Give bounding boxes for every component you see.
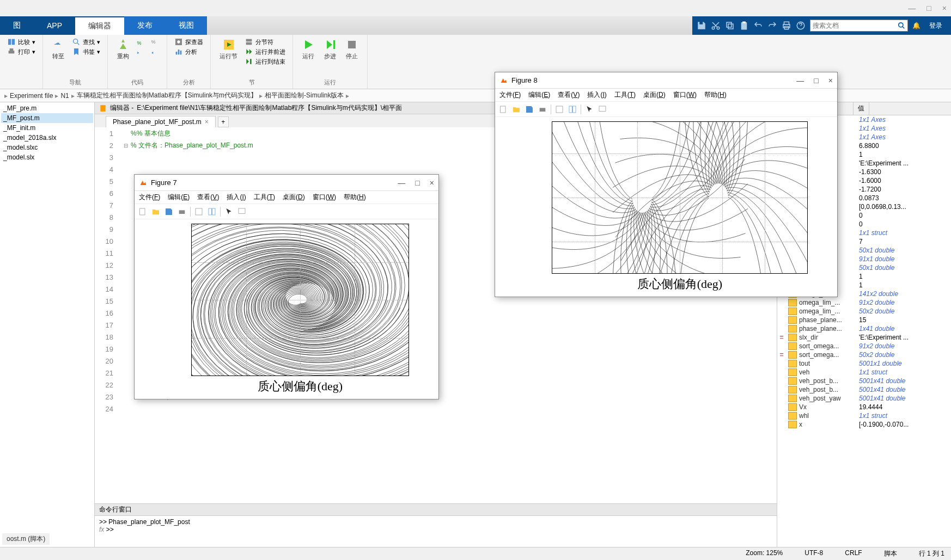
save-icon[interactable]	[525, 104, 534, 114]
figure-menu-item[interactable]: 编辑(E)	[528, 90, 550, 100]
pointer-icon[interactable]	[584, 104, 594, 114]
status-zoom[interactable]: Zoom: 125%	[746, 549, 783, 558]
figure-menu-item[interactable]: 工具(T)	[614, 90, 636, 100]
refactor-button[interactable]: 重构	[114, 37, 132, 61]
workspace-row[interactable]: sort_omega...91x2 double	[777, 342, 951, 350]
print-button[interactable]: 打印▾	[7, 47, 36, 57]
code-icon[interactable]: %	[150, 37, 160, 47]
tab-plot[interactable]: 图	[0, 16, 34, 35]
cut-icon[interactable]	[711, 21, 721, 30]
figure-menu-item[interactable]: 插入(I)	[227, 193, 246, 202]
figure-menu-item[interactable]: 帮助(H)	[704, 90, 727, 100]
open-icon[interactable]	[511, 104, 521, 114]
figure7-canvas[interactable]: 横摆角速度(deg/s 1 0 -1 -10 0 10 质心侧偏角(deg)	[135, 219, 438, 399]
tab-view[interactable]: 视图	[166, 16, 207, 35]
figure8-canvas[interactable]: 质心侧偏角速度(deg/ 50 0 -50 -15 -10 -5 0 5 10 …	[495, 117, 837, 297]
figure-menu-item[interactable]: 桌面(D)	[643, 90, 666, 100]
file-item[interactable]: _MF_init.m	[1, 123, 93, 133]
figure-menu-item[interactable]: 插入(I)	[587, 90, 606, 100]
search-icon[interactable]	[898, 22, 905, 29]
figure-window-8[interactable]: Figure 8 —□× 文件(F)编辑(E)查看(V)插入(I)工具(T)桌面…	[495, 72, 838, 297]
pointer-icon[interactable]	[224, 207, 234, 217]
workspace-row[interactable]: whl1x1 struct	[777, 411, 951, 420]
workspace-row[interactable]: phase_plane...15	[777, 316, 951, 324]
fig7-close[interactable]: ×	[430, 179, 434, 187]
workspace-row[interactable]: =slx_dir'E:\Experiment ...	[777, 333, 951, 342]
layout2-icon[interactable]	[207, 207, 217, 217]
workspace-row[interactable]: omega_lim_...91x2 double	[777, 298, 951, 307]
stop-button[interactable]: 停止	[343, 37, 361, 61]
editor-tab[interactable]: Phase_plane_plot_MF_post.m×	[106, 116, 216, 127]
analyze-button[interactable]: 分析	[174, 47, 204, 57]
figure-menu-item[interactable]: 查看(V)	[197, 193, 219, 202]
crumb-2[interactable]: 车辆稳定性相平面图绘制Matlab程序【Simulink与m代码实现】	[77, 91, 257, 100]
tab-editor[interactable]: 编辑器	[75, 16, 124, 35]
figure-menu-item[interactable]: 工具(T)	[254, 193, 275, 202]
window-minimize[interactable]: —	[908, 4, 916, 13]
run-advance-button[interactable]: 运行并前进	[244, 47, 286, 57]
save-icon[interactable]	[697, 21, 706, 30]
crumb-3[interactable]: 相平面图绘制-Simulink版本	[265, 91, 344, 100]
datatip-icon[interactable]	[598, 104, 607, 114]
open-icon[interactable]	[151, 207, 161, 217]
crumb-0[interactable]: Experiment file	[10, 92, 53, 100]
tab-app[interactable]: APP	[34, 16, 75, 35]
datatip-icon[interactable]	[237, 207, 247, 217]
percent-icon[interactable]: %	[136, 37, 146, 47]
bookmark-button[interactable]: 书签▾	[71, 47, 101, 57]
notification-icon[interactable]: 🔔	[912, 22, 920, 29]
explorer-button[interactable]: 探查器	[174, 37, 204, 47]
figure-menu-item[interactable]: 编辑(E)	[168, 193, 190, 202]
new-icon[interactable]	[498, 104, 508, 114]
workspace-row[interactable]: veh_post_b...5001x41 double	[777, 377, 951, 385]
command-window-body[interactable]: >> Phase_plane_plot_MF_post fx >>	[95, 516, 777, 547]
tab-publish[interactable]: 发布	[124, 16, 166, 35]
indent-icon[interactable]	[136, 48, 146, 58]
file-item[interactable]: _MF_pre.m	[1, 103, 93, 113]
help-icon[interactable]	[796, 21, 806, 30]
compare-button[interactable]: 比较▾	[7, 37, 36, 47]
run-section-button[interactable]: 运行节	[217, 37, 240, 61]
figure-menu-item[interactable]: 窗口(W)	[313, 193, 336, 202]
goto-button[interactable]: 转至	[50, 37, 67, 61]
fig8-min[interactable]: —	[796, 76, 804, 85]
search-input[interactable]	[813, 22, 898, 29]
search-docs[interactable]	[810, 20, 908, 32]
workspace-row[interactable]: x[-0.1900,-0.070...	[777, 420, 951, 429]
file-item[interactable]: _model_2018a.slx	[1, 133, 93, 143]
workspace-row[interactable]: veh_post_b...5001x41 double	[777, 385, 951, 394]
workspace-row[interactable]: Vx19.4444	[777, 403, 951, 411]
crumb-1[interactable]: N1	[60, 92, 69, 100]
step-button[interactable]: 步进	[321, 37, 339, 61]
fig7-max[interactable]: □	[415, 179, 419, 187]
copy-icon[interactable]	[725, 21, 735, 30]
figure-menu-item[interactable]: 文件(F)	[499, 90, 521, 100]
figure7-titlebar[interactable]: Figure 7 —□×	[135, 175, 438, 191]
figure-menu-item[interactable]: 查看(V)	[558, 90, 580, 100]
fig8-max[interactable]: □	[814, 76, 818, 85]
run-to-end-button[interactable]: 运行到结束	[244, 57, 286, 66]
layout1-icon[interactable]	[554, 104, 564, 114]
file-item[interactable]: _MF_post.m	[1, 113, 93, 123]
window-maximize[interactable]: □	[926, 4, 931, 13]
layout1-icon[interactable]	[194, 207, 204, 217]
figure-window-7[interactable]: Figure 7 —□× 文件(F)编辑(E)查看(V)插入(I)工具(T)桌面…	[134, 174, 439, 399]
workspace-row[interactable]: tout5001x1 double	[777, 359, 951, 368]
save-icon[interactable]	[164, 207, 174, 217]
figure-menu-item[interactable]: 窗口(W)	[673, 90, 697, 100]
section-break-button[interactable]: 分节符	[244, 37, 286, 47]
close-tab-icon[interactable]: ×	[205, 118, 209, 126]
paste-icon[interactable]	[739, 21, 749, 30]
outdent-icon[interactable]	[150, 48, 160, 58]
file-item[interactable]: _model.slx	[1, 152, 93, 162]
login-button[interactable]: 登录	[925, 19, 947, 33]
find-button[interactable]: 查找▾	[71, 37, 101, 47]
new-icon[interactable]	[138, 207, 148, 217]
window-close[interactable]: ×	[942, 4, 947, 13]
figure8-titlebar[interactable]: Figure 8 —□×	[495, 72, 837, 89]
fig8-close[interactable]: ×	[828, 76, 833, 85]
print-icon[interactable]	[177, 207, 187, 217]
workspace-row[interactable]: =sort_omega...50x2 double	[777, 350, 951, 359]
run-button[interactable]: 运行	[300, 37, 317, 61]
figure-menu-item[interactable]: 桌面(D)	[283, 193, 305, 202]
